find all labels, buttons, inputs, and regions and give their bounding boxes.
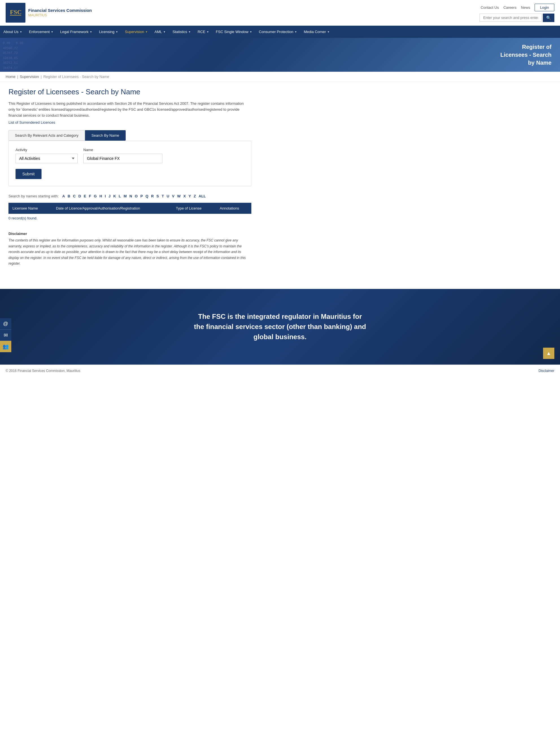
about-us-arrow: ▼ [20,31,22,33]
name-label: Name [83,148,162,152]
col-date: Date of Licence/Approval/Authorisation/R… [52,203,172,214]
col-type-of-license: Type of License [172,203,216,214]
disclaimer-link[interactable]: Disclaimer [538,369,554,373]
nav-aml[interactable]: AML ▼ [151,26,169,38]
copyright-text: © 2016 Financial Services Commission, Ma… [6,369,80,373]
nav-legal-framework[interactable]: Legal Framework ▼ [57,26,95,38]
enforcement-arrow: ▼ [51,31,54,33]
footer-banner: The FSC is the integrated regulator in M… [0,289,560,365]
alpha-K[interactable]: K [113,194,116,198]
alpha-L[interactable]: L [119,194,121,198]
licensing-arrow: ▼ [116,31,118,33]
alpha-U[interactable]: U [167,194,169,198]
tab-search-by-name[interactable]: Search By Name [85,130,126,141]
alpha-X[interactable]: X [183,194,186,198]
nav-media-corner[interactable]: Media Corner ▼ [300,26,333,38]
email-icon[interactable]: @ [0,318,11,330]
statistics-arrow: ▼ [188,31,191,33]
alpha-I[interactable]: I [105,194,106,198]
global-search-button[interactable]: 🔍 [543,13,554,22]
form-row: Activity All Activities Name [15,148,244,163]
table-header-row: Licensee Name Date of Licence/Approval/A… [8,203,251,214]
alpha-Y[interactable]: Y [188,194,191,198]
top-links: Contact Us Careers News Login [481,4,554,11]
aml-arrow: ▼ [163,31,166,33]
alpha-W[interactable]: W [177,194,180,198]
activity-select[interactable]: All Activities [15,154,78,163]
breadcrumb-supervision[interactable]: Supervision [20,74,39,79]
nav-rce[interactable]: RCE ▼ [194,26,212,38]
logo-svg: FSC [8,6,23,20]
alpha-E[interactable]: E [84,194,86,198]
rce-arrow: ▼ [206,31,209,33]
alpha-Z[interactable]: Z [194,194,196,198]
back-to-top-button[interactable]: ▲ [543,348,554,359]
alpha-G[interactable]: G [94,194,97,198]
disclaimer-section: Disclaimer The contents of this register… [8,232,251,266]
page-description: This Register of Licensees is being publ… [8,101,251,118]
careers-link[interactable]: Careers [503,5,516,10]
alpha-J[interactable]: J [108,194,110,198]
mc-arrow: ▼ [327,31,330,33]
nav-about-us[interactable]: About Us ▼ [0,26,25,38]
alpha-ALL[interactable]: ALL [199,194,206,198]
svg-text:FSC: FSC [10,8,22,15]
nav-enforcement[interactable]: Enforcement ▼ [25,26,57,38]
global-search: 🔍 [480,13,554,22]
search-tabs: Search By Relevant Acts and Category Sea… [8,130,251,141]
nav-consumer-protection[interactable]: Consumer Protection ▼ [256,26,300,38]
nav-statistics[interactable]: Statistics ▼ [169,26,194,38]
logo-box: FSC [6,3,25,23]
hero-numbers-bg: 0.00 0.00 49566.72 45787.72 42030.85 382… [0,38,336,72]
alpha-P[interactable]: P [140,194,143,198]
mail-icon[interactable]: ✉ [0,330,11,341]
org-name: Financial Services Commission [28,8,92,13]
records-found: 0 record(s) found. [8,216,251,220]
global-search-input[interactable] [480,13,541,22]
alpha-R[interactable]: R [151,194,154,198]
alpha-M[interactable]: M [124,194,127,198]
nav-fsc-single-window[interactable]: FSC Single Window ▼ [212,26,256,38]
col-licensee-name: Licensee Name [8,203,52,214]
alpha-A[interactable]: A [62,194,65,198]
col-annotations: Annotations [216,203,251,214]
contact-us-link[interactable]: Contact Us [481,5,499,10]
alpha-B[interactable]: B [67,194,70,198]
alpha-Q[interactable]: Q [145,194,148,198]
alpha-F[interactable]: F [89,194,91,198]
alpha-S[interactable]: S [157,194,159,198]
activity-group: Activity All Activities [15,148,78,163]
breadcrumb-sep-2: | [41,74,41,79]
name-input[interactable] [83,154,162,163]
sub-name: MAURITIUS [28,13,92,18]
breadcrumb-current: Register of Licensees - Search by Name [43,74,109,79]
breadcrumb-sep-1: | [17,74,18,79]
news-link[interactable]: News [521,5,530,10]
search-form: Activity All Activities Name Submit [8,141,251,186]
alpha-D[interactable]: D [78,194,81,198]
nav-supervision[interactable]: Supervision ▼ [122,26,151,38]
submit-button[interactable]: Submit [15,169,41,179]
footer-banner-text: The FSC is the integrated regulator in M… [193,312,368,342]
breadcrumb-home[interactable]: Home [6,74,15,79]
alpha-O[interactable]: O [135,194,137,198]
alpha-C[interactable]: C [73,194,75,198]
main-nav: About Us ▼ Enforcement ▼ Legal Framework… [0,26,560,38]
alpha-T[interactable]: T [162,194,164,198]
alpha-V[interactable]: V [172,194,174,198]
alpha-H[interactable]: H [99,194,102,198]
page-title: Register of Licensees - Search by Name [8,88,251,96]
supervision-arrow: ▼ [145,31,148,33]
svg-rect-2 [10,15,21,15]
alpha-links: A B C D E F G H I J K L M N O P Q R S T … [61,194,206,198]
login-button[interactable]: Login [535,4,554,11]
people-icon[interactable]: 👥 [0,341,11,352]
nav-licensing[interactable]: Licensing ▼ [95,26,122,38]
disclaimer-text: The contents of this register are for in… [8,237,251,266]
surrendered-licences-link[interactable]: List of Surrendered Licences [8,120,55,125]
top-bar: FSC Financial Services Commission MAURIT… [0,0,560,26]
results-table: Licensee Name Date of Licence/Approval/A… [8,203,251,214]
alpha-N[interactable]: N [129,194,132,198]
fscsw-arrow: ▼ [250,31,252,33]
tab-search-by-acts[interactable]: Search By Relevant Acts and Category [8,130,85,141]
